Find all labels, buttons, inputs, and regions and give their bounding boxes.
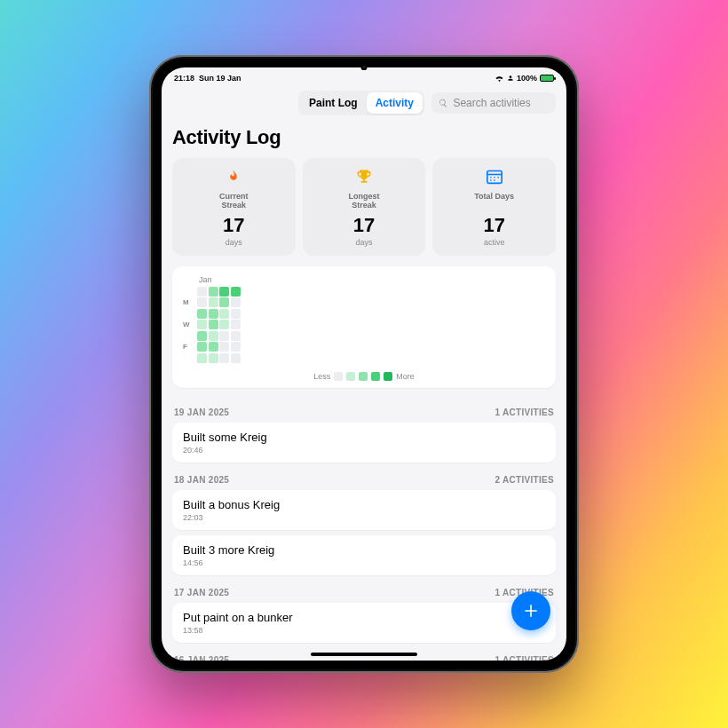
heatmap-cell[interactable] bbox=[197, 353, 207, 363]
entry-title: Built a bonus Kreig bbox=[183, 498, 545, 511]
log-section-header: 18 JAN 20252 ACTIVITIES bbox=[172, 468, 556, 490]
heatmap-cell[interactable] bbox=[209, 297, 218, 307]
stat-longest-streak: LongestStreak 17 days bbox=[303, 158, 426, 256]
activity-entry[interactable]: Put paint on a bunker13:58 bbox=[172, 603, 556, 643]
activity-entry[interactable]: Built a bonus Kreig22:03 bbox=[172, 490, 556, 530]
heatmap-cell[interactable] bbox=[219, 297, 229, 307]
log-date: 16 JAN 2025 bbox=[174, 655, 229, 661]
log-section-header: 19 JAN 20251 ACTIVITIES bbox=[172, 400, 556, 423]
search-field[interactable] bbox=[431, 92, 556, 114]
stat-current-streak: CurrentStreak 17 days bbox=[172, 158, 296, 256]
heatmap-cell[interactable] bbox=[197, 287, 207, 297]
heatmap-legend: Less More bbox=[183, 372, 545, 381]
heatmap-cell[interactable] bbox=[231, 342, 241, 352]
heatmap-cell[interactable] bbox=[209, 309, 218, 319]
heatmap-cell[interactable] bbox=[209, 353, 218, 363]
activity-entry[interactable]: Built 3 more Kreig14:56 bbox=[172, 535, 556, 575]
log-count: 1 ACTIVITIES bbox=[495, 655, 554, 661]
heatmap-cell[interactable] bbox=[209, 287, 218, 297]
svg-point-2 bbox=[490, 177, 492, 178]
wallpaper: 21:18 Sun 19 Jan 100% Paint Log Activity bbox=[0, 0, 728, 728]
user-icon bbox=[507, 75, 514, 82]
heatmap-cell[interactable] bbox=[197, 309, 207, 319]
log-section-header: 17 JAN 20251 ACTIVITIES bbox=[172, 581, 556, 603]
front-camera bbox=[361, 64, 368, 70]
heatmap-grid[interactable] bbox=[197, 287, 241, 363]
tab-paint-log[interactable]: Paint Log bbox=[300, 92, 367, 114]
calendar-icon bbox=[486, 169, 503, 185]
entry-time: 20:46 bbox=[183, 446, 545, 455]
entry-title: Built some Kreig bbox=[183, 431, 545, 444]
activity-entry[interactable]: Built some Kreig20:46 bbox=[172, 423, 556, 463]
wifi-icon bbox=[495, 75, 504, 82]
screen: 21:18 Sun 19 Jan 100% Paint Log Activity bbox=[162, 67, 566, 661]
heatmap-cell[interactable] bbox=[231, 287, 241, 297]
status-date: Sun 19 Jan bbox=[199, 74, 241, 83]
heatmap-cell[interactable] bbox=[209, 342, 218, 352]
svg-point-5 bbox=[490, 179, 492, 181]
heatmap-cell[interactable] bbox=[209, 320, 218, 329]
log-count: 2 ACTIVITIES bbox=[495, 475, 554, 485]
search-input[interactable] bbox=[453, 97, 549, 109]
log-date: 19 JAN 2025 bbox=[174, 408, 229, 417]
add-activity-button[interactable] bbox=[511, 591, 550, 630]
heatmap-day-labels: MWF bbox=[183, 287, 194, 363]
activity-log-list[interactable]: 19 JAN 20251 ACTIVITIESBuilt some Kreig2… bbox=[172, 400, 556, 661]
heatmap-cell[interactable] bbox=[197, 297, 207, 307]
heatmap-cell[interactable] bbox=[197, 342, 207, 352]
heatmap-cell[interactable] bbox=[231, 309, 241, 319]
trophy-icon bbox=[355, 168, 373, 186]
plus-icon bbox=[522, 602, 540, 620]
heatmap-cell[interactable] bbox=[219, 353, 229, 363]
heatmap-card: Jan MWF Less More bbox=[172, 266, 556, 388]
entry-title: Put paint on a bunker bbox=[183, 611, 545, 624]
home-indicator[interactable] bbox=[311, 653, 417, 656]
stats-row: CurrentStreak 17 days LongestStreak 17 d… bbox=[172, 158, 556, 256]
search-icon bbox=[439, 98, 447, 108]
heatmap-cell[interactable] bbox=[231, 331, 241, 341]
battery-pct: 100% bbox=[517, 74, 537, 83]
heatmap-month: Jan bbox=[199, 275, 545, 284]
heatmap-cell[interactable] bbox=[219, 287, 229, 297]
heatmap-cell[interactable] bbox=[219, 331, 229, 341]
log-date: 17 JAN 2025 bbox=[174, 588, 229, 597]
heatmap-cell[interactable] bbox=[231, 320, 241, 329]
log-date: 18 JAN 2025 bbox=[174, 475, 229, 485]
tab-activity[interactable]: Activity bbox=[367, 92, 423, 114]
heatmap-cell[interactable] bbox=[209, 331, 218, 341]
svg-point-6 bbox=[494, 179, 495, 181]
view-toggle: Paint Log Activity bbox=[298, 91, 424, 115]
heatmap-cell[interactable] bbox=[219, 342, 229, 352]
svg-point-4 bbox=[497, 177, 499, 178]
page-title: Activity Log bbox=[172, 126, 556, 149]
clock: 21:18 bbox=[174, 74, 194, 83]
status-bar: 21:18 Sun 19 Jan 100% bbox=[162, 67, 566, 85]
device-frame: 21:18 Sun 19 Jan 100% Paint Log Activity bbox=[149, 55, 579, 673]
entry-title: Built 3 more Kreig bbox=[183, 543, 545, 557]
entry-time: 13:58 bbox=[183, 626, 545, 635]
stat-total-days: Total Days 17 active bbox=[432, 158, 556, 256]
heatmap-cell[interactable] bbox=[231, 353, 241, 363]
svg-point-3 bbox=[494, 177, 495, 178]
heatmap-cell[interactable] bbox=[197, 320, 207, 329]
entry-time: 22:03 bbox=[183, 513, 545, 522]
fire-icon bbox=[226, 168, 241, 186]
heatmap-cell[interactable] bbox=[231, 297, 241, 307]
battery-icon bbox=[540, 75, 554, 82]
top-bar: Paint Log Activity bbox=[172, 85, 556, 124]
heatmap-cell[interactable] bbox=[219, 320, 229, 329]
entry-time: 14:56 bbox=[183, 558, 545, 567]
heatmap-cell[interactable] bbox=[219, 309, 229, 319]
heatmap-cell[interactable] bbox=[197, 331, 207, 341]
log-count: 1 ACTIVITIES bbox=[495, 408, 554, 417]
